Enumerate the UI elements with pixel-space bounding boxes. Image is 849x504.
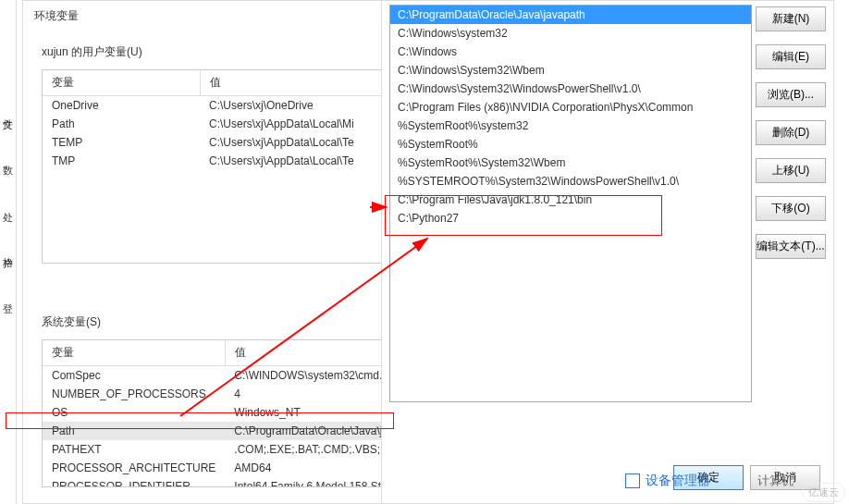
var-name: TEMP (43, 133, 200, 152)
path-entry[interactable]: %SystemRoot% (390, 135, 751, 154)
var-name: ComSpec (43, 366, 225, 386)
device-manager-icon (625, 473, 640, 488)
path-delete-button[interactable]: 删除(D) (756, 120, 826, 145)
path-new-button[interactable]: 新建(N) (756, 6, 826, 31)
computer-text: 计算机 (757, 473, 794, 489)
path-entry[interactable]: C:\Program Files (x86)\NVIDIA Corporatio… (390, 98, 751, 117)
var-name: PROCESSOR_ARCHITECTURE (43, 459, 225, 477)
path-entry[interactable]: C:\ProgramData\Oracle\Java\javapath (390, 6, 751, 24)
var-name: OS (43, 403, 225, 422)
col-variable[interactable]: 变量 (43, 70, 200, 96)
path-entry[interactable]: C:\Python27 (390, 209, 751, 227)
var-name: NUMBER_OF_PROCESSORS (43, 385, 225, 403)
var-name: TMP (43, 152, 200, 170)
var-name: Path (43, 115, 200, 133)
path-edittext-button[interactable]: 编辑文本(T)... (756, 234, 826, 259)
path-entry[interactable]: C:\Program Files\Java\jdk1.8.0_121\bin (390, 191, 751, 209)
path-entry[interactable]: %SYSTEMROOT%\System32\WindowsPowerShell\… (390, 172, 751, 191)
left-panel-fragment: 文件 数 处 户格 登 (0, 0, 17, 504)
var-name: PATHEXT (43, 440, 225, 459)
path-edit-button[interactable]: 编辑(E) (756, 44, 826, 69)
device-manager-text: 设备管理器 (646, 473, 710, 489)
path-entries-list[interactable]: C:\ProgramData\Oracle\Java\javapathC:\Wi… (389, 5, 752, 402)
device-manager-link[interactable]: 设备管理器 (625, 473, 710, 489)
path-entry[interactable]: C:\Windows\System32\Wbem (390, 61, 751, 80)
path-entry[interactable]: C:\Windows (390, 43, 751, 61)
path-moveup-button[interactable]: 上移(U) (756, 158, 826, 183)
path-entry[interactable]: %SystemRoot%\system32 (390, 117, 751, 135)
path-entry[interactable]: C:\Windows\system32 (390, 24, 751, 43)
path-entry[interactable]: %SystemRoot%\System32\Wbem (390, 154, 751, 172)
var-name: PROCESSOR_IDENTIFIER (43, 477, 225, 487)
path-entry[interactable]: C:\Windows\System32\WindowsPowerShell\v1… (390, 80, 751, 98)
var-name: OneDrive (43, 96, 200, 116)
path-movedown-button[interactable]: 下移(O) (756, 196, 826, 221)
var-name: Path (43, 422, 225, 440)
col-variable[interactable]: 变量 (43, 340, 225, 366)
path-browse-button[interactable]: 浏览(B)... (756, 82, 826, 107)
edit-path-dialog: C:\ProgramData\Oracle\Java\javapathC:\Wi… (381, 0, 834, 504)
watermark: 亿速云 (802, 483, 845, 502)
